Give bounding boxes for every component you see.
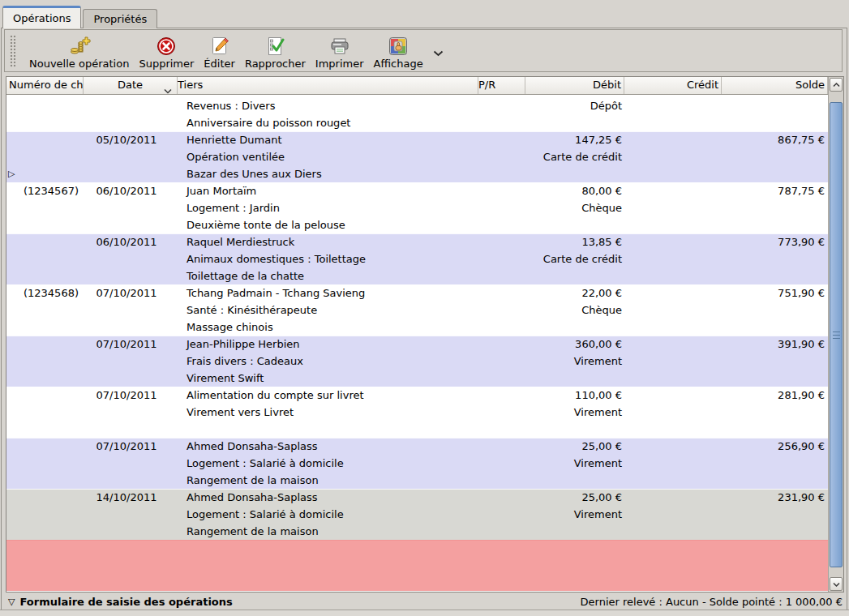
- cell-tiers: Logement : Salarié à domicile: [178, 455, 478, 472]
- cell-credit: [624, 267, 722, 284]
- cell-solde: [722, 267, 828, 284]
- column-header-credit[interactable]: Crédit: [624, 77, 722, 94]
- transaction-row[interactable]: 07/10/2011Alimentation du compte sur liv…: [6, 387, 828, 438]
- scroll-down-button[interactable]: [830, 577, 843, 591]
- expander-triangle-icon[interactable]: ▽: [8, 597, 15, 607]
- cell-date: [84, 114, 178, 131]
- cell-credit: [624, 438, 722, 455]
- cell-credit: [624, 114, 722, 131]
- cell-date: [84, 421, 178, 438]
- cell-pr: [478, 353, 525, 370]
- cell-solde: [722, 216, 828, 233]
- reconcile-label: Rapprocher: [245, 58, 306, 70]
- cell-solde: 391,90 €: [722, 336, 828, 353]
- scrollbar-thumb[interactable]: [830, 102, 843, 567]
- column-header-date[interactable]: Date: [84, 77, 178, 94]
- cell-solde: 773,90 €: [722, 233, 828, 250]
- new-transaction-button[interactable]: Nouvelle opération: [24, 32, 134, 71]
- cell-num: [6, 455, 84, 472]
- cell-tiers: Bazar des Unes aux Diers: [178, 165, 478, 182]
- tab-proprietes-label: Propriétés: [93, 13, 147, 25]
- delete-label: Supprimer: [139, 58, 194, 70]
- cell-debit: Virement: [525, 455, 624, 472]
- toolbar: Nouvelle opération Supprimer: [4, 29, 843, 72]
- form-expander-bar[interactable]: ▽ Formulaire de saisie des opérations De…: [2, 594, 846, 610]
- cell-pr: [478, 148, 525, 165]
- cell-pr: [478, 199, 525, 216]
- cell-credit: [624, 284, 722, 302]
- tab-proprietes[interactable]: Propriétés: [83, 9, 157, 28]
- cell-pr: [478, 182, 525, 199]
- cell-debit: Virement: [525, 404, 624, 421]
- transaction-row[interactable]: (1234568)07/10/2011Tchang Padmain - Tcha…: [6, 284, 828, 336]
- cell-solde: [722, 97, 828, 114]
- cell-solde: 751,90 €: [722, 284, 828, 302]
- column-header-label: Crédit: [687, 79, 718, 91]
- transaction-row[interactable]: 07/10/2011Ahmed Donsaha-Saplass25,00 €25…: [6, 438, 828, 489]
- reconcile-button[interactable]: Rapprocher: [240, 32, 311, 71]
- cell-num: [6, 336, 84, 353]
- cell-solde: [722, 506, 828, 523]
- delete-button[interactable]: Supprimer: [134, 32, 199, 71]
- display-label: Affichage: [374, 58, 423, 70]
- cell-num: [6, 438, 84, 455]
- scroll-up-button[interactable]: [830, 78, 843, 92]
- transaction-row[interactable]: 14/10/2011Ahmed Donsaha-Saplass25,00 €23…: [6, 489, 828, 540]
- transaction-row[interactable]: (1234567)06/10/2011Juan Mortaïm80,00 €78…: [6, 182, 828, 233]
- cell-credit: [624, 302, 722, 319]
- edit-label: Éditer: [204, 58, 235, 70]
- cell-solde: [722, 404, 828, 421]
- cell-debit: Chèque: [525, 302, 624, 319]
- edit-button[interactable]: Éditer: [199, 32, 240, 71]
- transaction-row[interactable]: 07/10/2011Jean-Philippe Herbien360,00 €3…: [6, 336, 828, 387]
- cell-tiers: Tchang Padmain - Tchang Savieng: [178, 284, 478, 302]
- cell-num: [6, 370, 84, 387]
- tab-operations[interactable]: Opérations: [2, 6, 81, 28]
- cell-solde: 867,75 €: [722, 131, 828, 148]
- sort-indicator-chevron-down-icon: [164, 83, 172, 94]
- column-header-solde[interactable]: Solde: [722, 77, 828, 94]
- transaction-row[interactable]: 05/10/2011Henriette Dumant147,25 €867,75…: [6, 131, 828, 182]
- column-header-pr[interactable]: P/R: [478, 77, 525, 94]
- print-button[interactable]: Imprimer: [311, 32, 369, 71]
- cell-tiers: Toilettage de la chatte: [178, 267, 478, 284]
- cell-tiers: Revenus : Divers: [178, 97, 478, 114]
- display-button[interactable]: Affichage: [369, 32, 428, 71]
- toolbar-drag-handle[interactable]: [10, 35, 16, 67]
- cell-date: [84, 523, 178, 540]
- cell-num: [6, 97, 84, 114]
- cell-debit: Virement: [525, 506, 624, 523]
- cell-date: [84, 250, 178, 267]
- cell-debit: [525, 370, 624, 387]
- cell-credit: [624, 319, 722, 336]
- cell-solde: 281,90 €: [722, 387, 828, 404]
- cell-solde: [722, 421, 828, 438]
- cell-credit: [624, 250, 722, 267]
- column-header-debit[interactable]: Débit: [525, 77, 624, 94]
- cell-num: [6, 148, 84, 165]
- cell-debit: 110,00 €: [525, 387, 624, 404]
- cell-tiers: Alimentation du compte sur livret: [178, 387, 478, 404]
- vertical-scrollbar[interactable]: [828, 77, 843, 592]
- cell-solde: 787,75 €: [722, 182, 828, 199]
- cell-solde: 231,90 €: [722, 489, 828, 506]
- cell-tiers: Ahmed Donsaha-Saplass: [178, 489, 478, 506]
- cell-credit: [624, 233, 722, 250]
- cell-credit: [624, 472, 722, 489]
- delete-icon: [157, 36, 176, 57]
- cell-credit: [624, 199, 722, 216]
- cell-debit: Virement: [525, 353, 624, 370]
- toolbar-overflow-chevron-icon[interactable]: [433, 43, 444, 64]
- cell-pr: [478, 131, 525, 148]
- cell-debit: Carte de crédit: [525, 148, 624, 165]
- cell-num: [6, 506, 84, 523]
- cell-date: 14/10/2011: [84, 489, 178, 506]
- empty-new-transaction-row[interactable]: [6, 540, 828, 591]
- column-header-num[interactable]: Numéro de ch: [6, 77, 84, 94]
- column-header-tiers[interactable]: Tiers: [178, 77, 478, 94]
- transaction-row[interactable]: 06/10/2011Raquel Merdiestruck13,85 €773,…: [6, 233, 828, 284]
- transaction-row[interactable]: Revenus : DiversDépôtAnniversaire du poi…: [6, 95, 828, 131]
- cell-debit: [525, 472, 624, 489]
- cell-solde: [722, 114, 828, 131]
- cell-credit: [624, 370, 722, 387]
